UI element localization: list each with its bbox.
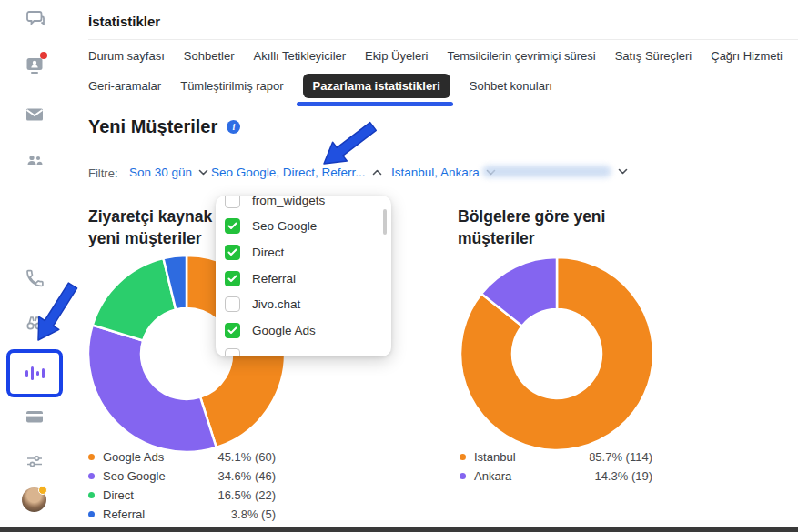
legend-label: Seo Google: [103, 469, 166, 483]
filter-son-30-g-n[interactable]: Son 30 gün: [129, 166, 208, 179]
check-icon: [227, 326, 237, 335]
legend-item-seo-google: Seo Google34.6% (46): [88, 467, 276, 486]
dropdown-item-direct[interactable]: Direct: [225, 239, 391, 266]
legend-dot: [88, 473, 95, 479]
legend-dot: [460, 473, 466, 479]
filter-label: Filtre:: [88, 166, 118, 180]
legend-value: 85.7% (114): [589, 450, 652, 464]
legend-dot: [460, 454, 466, 460]
donut-slice: [88, 326, 217, 452]
phone-icon[interactable]: [24, 267, 45, 289]
dropdown-item-label: Referral: [252, 272, 296, 286]
legend-item-ankara: Ankara14.3% (19): [460, 467, 652, 486]
chevron-up-icon: [372, 169, 382, 176]
checkbox-unchecked[interactable]: [225, 296, 240, 312]
info-icon[interactable]: i: [227, 120, 240, 134]
checkbox-unchecked[interactable]: [225, 196, 240, 208]
card-icon[interactable]: [24, 406, 45, 427]
tab-temsilcilerin-evrimi-i-s-resi[interactable]: Temsilcilerin çevrimiçi süresi: [447, 49, 595, 63]
legend-label: Direct: [103, 488, 134, 502]
header-divider: [88, 39, 798, 40]
tabs-row-1: Durum sayfasıSohbetlerAkıllı Tetikleyici…: [88, 49, 783, 63]
legend-item-direct: Direct16.5% (22): [88, 486, 276, 505]
team-icon[interactable]: [24, 149, 45, 171]
checkbox-checked[interactable]: [225, 271, 240, 286]
binoculars-icon[interactable]: [24, 312, 45, 334]
check-icon: [227, 275, 237, 283]
dropdown-list: from_widgetsSeo GoogleDirectReferralJivo…: [216, 196, 391, 356]
legend-value: 34.6% (46): [217, 469, 276, 483]
checkbox-checked[interactable]: [225, 218, 240, 234]
legend-value: 16.5% (22): [217, 488, 276, 502]
window-bottom-edge: [0, 527, 798, 532]
legend-label: Istanbul: [474, 450, 516, 464]
dropdown-item-seo-google[interactable]: Seo Google: [225, 214, 391, 240]
dropdown-item-item[interactable]: [225, 344, 391, 356]
tabs-row-2: Geri-aramalarTümleştirilmiş raporPazarla…: [88, 74, 552, 98]
dropdown-item-from-widgets[interactable]: from_widgets: [225, 196, 391, 214]
donut-slice: [93, 258, 176, 340]
annotation-arrow-filter: [324, 123, 376, 164]
sidebar: [0, 0, 73, 532]
dropdown-item-label: Direct: [252, 246, 284, 259]
contacts-icon[interactable]: [24, 55, 45, 76]
active-tab-underline: [297, 102, 453, 106]
legend-value: 3.8% (5): [231, 507, 276, 521]
statistics-icon: [25, 370, 28, 377]
legend-dot: [88, 454, 95, 460]
tab-sohbet-konular[interactable]: Sohbet konuları: [470, 79, 552, 93]
notification-badge: [40, 52, 47, 59]
filter-seo-google-direct-referr[interactable]: Seo Google, Direct, Referr...: [211, 166, 382, 179]
sliders-icon[interactable]: [24, 450, 45, 472]
checkbox-checked[interactable]: [225, 323, 240, 338]
chevron-down-icon: [198, 169, 208, 176]
legend-item-google-ads: Google Ads45.1% (60): [88, 447, 276, 467]
legend-dot: [88, 492, 95, 498]
check-icon: [227, 222, 237, 230]
filter-row: Filtre: Son 30 günSeo Google, Direct, Re…: [88, 165, 798, 185]
legend-label: Google Ads: [103, 450, 164, 464]
status-badge: [38, 486, 47, 495]
legend-value: 45.1% (60): [217, 450, 276, 464]
left-chart-legend: Google Ads45.1% (60)Seo Google34.6% (46)…: [88, 447, 276, 524]
page-title: İstatistikler: [88, 14, 160, 29]
mail-icon[interactable]: [24, 104, 45, 125]
tab-durum-sayfas[interactable]: Durum sayfası: [88, 49, 165, 63]
section-heading: Yeni Müşteriler i: [88, 116, 240, 137]
dropdown-item-label: Jivo.chat: [252, 297, 300, 311]
dropdown-item-google-ads[interactable]: Google Ads: [225, 317, 391, 344]
tab-pazarlama-istatistikleri[interactable]: Pazarlama istatistikleri: [303, 74, 450, 98]
dropdown-item-label: Seo Google: [252, 219, 317, 233]
legend-item-istanbul: Istanbul85.7% (114): [460, 447, 652, 467]
tab-t-mle-tirilmi-rapor[interactable]: Tümleştirilmiş rapor: [180, 79, 283, 93]
section-title-text: Yeni Müşteriler: [88, 116, 217, 137]
tab-ak-ll-tetikleyiciler[interactable]: Akıllı Tetikleyiciler: [253, 49, 346, 63]
source-filter-dropdown: from_widgetsSeo GoogleDirectReferralJivo…: [216, 196, 391, 356]
statistics-nav-active[interactable]: [6, 349, 63, 397]
legend-value: 14.3% (19): [594, 469, 652, 483]
legend-item-referral: Referral3.8% (5): [88, 505, 276, 524]
dropdown-item-referral[interactable]: Referral: [225, 266, 391, 292]
checkbox-unchecked[interactable]: [225, 348, 240, 356]
tab-ekip-yeleri[interactable]: Ekip Üyeleri: [365, 49, 428, 63]
left-chart-title: Ziyaretçi kaynak yeni müşteriler: [88, 206, 212, 249]
tab-sat-s-re-leri[interactable]: Satış Süreçleri: [615, 49, 692, 63]
filter-istanbul-ankara[interactable]: Istanbul, Ankara: [391, 166, 496, 179]
tab-a-r-hizmeti[interactable]: Çağrı Hizmeti: [711, 49, 783, 63]
legend-dot: [88, 511, 95, 517]
dropdown-item-jivo-chat[interactable]: Jivo.chat: [225, 291, 391, 317]
legend-label: Referral: [103, 507, 145, 521]
tab-sohbetler[interactable]: Sohbetler: [184, 49, 235, 63]
avatar[interactable]: [22, 487, 46, 512]
dropdown-item-label: from_widgets: [252, 196, 325, 207]
filter-blurred-select[interactable]: [482, 166, 628, 177]
checkbox-checked[interactable]: [225, 245, 240, 260]
right-chart-legend: Istanbul85.7% (114)Ankara14.3% (19): [460, 447, 652, 486]
dropdown-scrollbar[interactable]: [383, 209, 387, 235]
legend-label: Ankara: [474, 469, 511, 483]
chevron-down-icon: [618, 168, 628, 175]
chat-icon[interactable]: [24, 8, 45, 30]
check-icon: [227, 248, 237, 256]
tab-geri-aramalar[interactable]: Geri-aramalar: [88, 79, 161, 93]
right-chart-title: Bölgelere göre yeni müşteriler: [458, 206, 605, 249]
